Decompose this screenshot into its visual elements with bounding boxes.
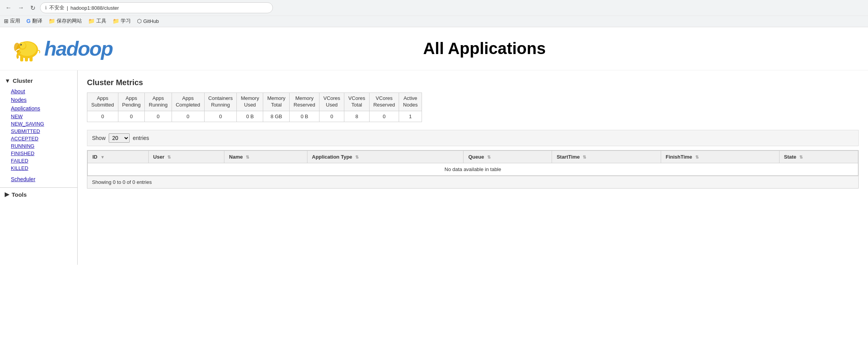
- table-footer: Showing 0 to 0 of 0 entries: [87, 176, 858, 188]
- tools-section-header[interactable]: ▶ Tools: [0, 188, 77, 201]
- apps-header-row: ID ▼ User ⇅ Name ⇅ Application Type ⇅ Qu…: [88, 150, 858, 163]
- svg-rect-7: [20, 56, 23, 61]
- col-name[interactable]: Name ⇅: [224, 150, 307, 163]
- sidebar-item-accepted[interactable]: ACCEPTED: [8, 135, 77, 142]
- pagination-info: Showing 0 to 0 of 0 entries: [92, 179, 152, 185]
- val-apps-submitted: 0: [87, 111, 118, 122]
- bookmark-apps[interactable]: ⊞ 应用: [4, 17, 20, 24]
- sort-icon-name: ⇅: [246, 155, 249, 159]
- col-vcores-total: VCoresTotal: [344, 93, 369, 111]
- bookmark-translate[interactable]: G 翻译: [26, 17, 42, 24]
- show-entries-bar: Show 10 20 25 50 100 entries: [87, 130, 859, 146]
- col-vcores-used: VCoresUsed: [319, 93, 344, 111]
- applications-table: ID ▼ User ⇅ Name ⇅ Application Type ⇅ Qu…: [87, 150, 858, 176]
- cluster-arrow-icon: ▼: [5, 77, 10, 84]
- sidebar-item-running[interactable]: RUNNING: [8, 142, 77, 150]
- metrics-table: AppsSubmitted AppsPending AppsRunning Ap…: [87, 93, 422, 122]
- no-data-row: No data available in table: [88, 163, 858, 175]
- col-apps-running: AppsRunning: [145, 93, 172, 111]
- col-containers-running: ContainersRunning: [204, 93, 237, 111]
- sidebar-item-killed[interactable]: KILLED: [8, 164, 77, 172]
- sort-icon-start-time: ⇅: [583, 155, 586, 159]
- sidebar-item-nodes[interactable]: Nodes: [8, 96, 77, 104]
- col-apps-submitted: AppsSubmitted: [87, 93, 118, 111]
- sidebar-item-applications[interactable]: Applications: [8, 104, 77, 113]
- bookmark-learn[interactable]: 📁 学习: [113, 17, 131, 24]
- sidebar-item-new[interactable]: NEW: [8, 113, 77, 120]
- no-data-message: No data available in table: [88, 163, 858, 175]
- val-vcores-reserved: 0: [369, 111, 399, 122]
- bookmark-saved-sites[interactable]: 📁 保存的网站: [49, 17, 82, 24]
- col-finish-time[interactable]: FinishTime ⇅: [661, 150, 779, 163]
- sort-icon-user: ⇅: [167, 155, 171, 159]
- val-apps-completed: 0: [172, 111, 204, 122]
- url-text: hadoop1:8088/cluster: [70, 5, 119, 11]
- col-memory-total: MemoryTotal: [263, 93, 290, 111]
- url-separator: |: [67, 5, 68, 11]
- main-content: Cluster Metrics AppsSubmitted AppsPendin…: [78, 70, 868, 265]
- page-title: All Applications: [113, 39, 856, 58]
- col-app-type[interactable]: Application Type ⇅: [307, 150, 464, 163]
- val-containers-running: 0: [204, 111, 237, 122]
- val-memory-reserved: 0 B: [290, 111, 319, 122]
- sort-icon-finish-time: ⇅: [695, 155, 699, 159]
- security-icon: ℹ: [45, 5, 47, 10]
- show-label: Show: [92, 135, 106, 141]
- svg-rect-9: [30, 56, 33, 61]
- reload-button[interactable]: ↻: [29, 3, 37, 13]
- col-id[interactable]: ID ▼: [88, 150, 149, 163]
- metrics-section-title: Cluster Metrics: [87, 78, 859, 87]
- cluster-section-header[interactable]: ▼ Cluster: [0, 74, 77, 87]
- sidebar-item-submitted[interactable]: SUBMITTED: [8, 128, 77, 135]
- col-queue[interactable]: Queue ⇅: [464, 150, 552, 163]
- sidebar-item-about[interactable]: About: [8, 87, 77, 96]
- bookmarks-bar: ⊞ 应用 G 翻译 📁 保存的网站 📁 工具 📁 学习 ⬡ GitHub: [0, 16, 868, 27]
- col-apps-pending: AppsPending: [118, 93, 145, 111]
- cluster-section: ▼ Cluster About Nodes Applications NEW N…: [0, 74, 77, 183]
- cluster-nav: About Nodes Applications: [0, 87, 77, 113]
- val-active-nodes: 1: [399, 111, 422, 122]
- entries-label: entries: [133, 135, 149, 141]
- bookmark-tools[interactable]: 📁 工具: [88, 17, 106, 24]
- sidebar-item-finished[interactable]: FINISHED: [8, 150, 77, 157]
- svg-rect-8: [25, 56, 28, 61]
- col-start-time[interactable]: StartTime ⇅: [552, 150, 661, 163]
- applications-table-wrapper: ID ▼ User ⇅ Name ⇅ Application Type ⇅ Qu…: [87, 150, 859, 189]
- tools-section: ▶ Tools: [0, 187, 77, 201]
- sort-icon-app-type: ⇅: [355, 155, 359, 159]
- tools-arrow-icon: ▶: [5, 191, 9, 198]
- sidebar-item-scheduler[interactable]: Scheduler: [8, 175, 77, 183]
- col-vcores-reserved: VCoresReserved: [369, 93, 399, 111]
- main-layout: ▼ Cluster About Nodes Applications NEW N…: [0, 70, 868, 265]
- hadoop-logo: hadoop: [12, 35, 113, 62]
- metrics-header-row: AppsSubmitted AppsPending AppsRunning Ap…: [87, 93, 422, 111]
- forward-button[interactable]: →: [16, 3, 26, 13]
- browser-chrome: ← → ↻ ℹ 不安全 | hadoop1:8088/cluster ⊞ 应用 …: [0, 0, 868, 27]
- entries-select[interactable]: 10 20 25 50 100: [109, 133, 130, 143]
- sidebar-item-failed[interactable]: FAILED: [8, 157, 77, 164]
- bookmark-github[interactable]: ⬡ GitHub: [137, 18, 159, 24]
- url-bar[interactable]: ℹ 不安全 | hadoop1:8088/cluster: [40, 2, 273, 13]
- svg-point-5: [20, 44, 22, 45]
- col-state[interactable]: State ⇅: [779, 150, 858, 163]
- val-apps-running: 0: [145, 111, 172, 122]
- col-user[interactable]: User ⇅: [148, 150, 224, 163]
- sidebar-item-new-saving[interactable]: NEW_SAVING: [8, 120, 77, 128]
- val-memory-total: 8 GB: [263, 111, 290, 122]
- val-memory-used: 0 B: [237, 111, 263, 122]
- col-memory-reserved: MemoryReserved: [290, 93, 319, 111]
- val-vcores-used: 0: [319, 111, 344, 122]
- hadoop-brand-text: hadoop: [44, 37, 113, 60]
- svg-point-3: [19, 42, 26, 49]
- col-memory-used: MemoryUsed: [237, 93, 263, 111]
- scheduler-nav: Scheduler: [0, 175, 77, 183]
- back-button[interactable]: ←: [4, 3, 13, 13]
- sort-icon-id: ▼: [101, 155, 105, 159]
- tools-label: Tools: [12, 191, 27, 198]
- sidebar: ▼ Cluster About Nodes Applications NEW N…: [0, 70, 78, 265]
- svg-point-6: [21, 44, 21, 45]
- cluster-label: Cluster: [13, 77, 33, 84]
- val-apps-pending: 0: [118, 111, 145, 122]
- applications-sub-nav: NEW NEW_SAVING SUBMITTED ACCEPTED RUNNIN…: [0, 113, 77, 172]
- page-header: hadoop All Applications: [0, 27, 868, 70]
